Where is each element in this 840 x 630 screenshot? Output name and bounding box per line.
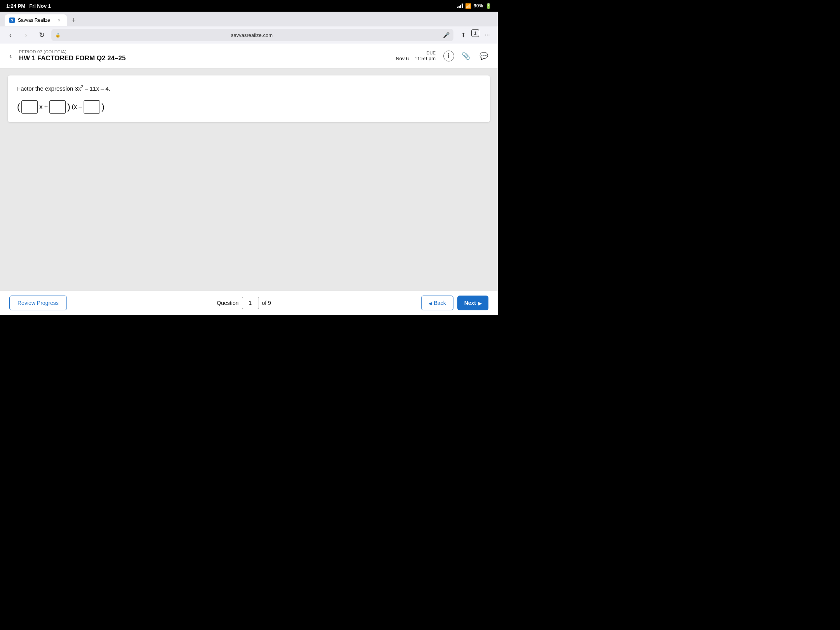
battery-icon: 🔋 <box>485 3 492 9</box>
wifi-icon: 📶 <box>465 3 471 9</box>
assignment-back-button[interactable]: ‹ <box>8 50 14 62</box>
address-bar[interactable]: 🔒 savvasrealize.com 🎤 <box>51 29 453 41</box>
tab-close-button[interactable]: × <box>56 17 62 23</box>
bottom-right-buttons: Back Next <box>421 296 488 310</box>
assignment-info: PERIOD 07 (COLEGIA) HW 1 FACTORED FORM Q… <box>19 49 396 62</box>
due-label: DUE <box>396 51 436 55</box>
review-progress-button[interactable]: Review Progress <box>9 296 67 310</box>
back-button[interactable]: Back <box>421 296 453 310</box>
comment-button[interactable]: 💬 <box>478 50 490 62</box>
nav-bar: ‹ › ↻ 🔒 savvasrealize.com 🎤 ⬆ 1 ··· <box>0 26 498 44</box>
question-card: Factor the expression 3x2 – 11x – 4. ( x… <box>8 75 490 122</box>
url-text: savvasrealize.com <box>63 32 441 38</box>
chevron-left-icon <box>429 300 432 306</box>
tab-favicon: S <box>9 18 15 23</box>
assignment-title: HW 1 FACTORED FORM Q2 24–25 <box>19 54 396 62</box>
total-questions: of 9 <box>262 300 271 306</box>
app-content: ‹ PERIOD 07 (COLEGIA) HW 1 FACTORED FORM… <box>0 44 498 315</box>
attachment-button[interactable]: 📎 <box>460 50 472 62</box>
lock-icon: 🔒 <box>55 33 61 38</box>
due-date: Nov 6 – 11:59 pm <box>396 56 436 61</box>
new-tab-button[interactable]: + <box>70 16 77 24</box>
math-expression: ( x + ) (x – ) <box>17 100 481 114</box>
x-plus: x + <box>39 103 48 110</box>
open-paren-2: (x – <box>72 103 82 110</box>
status-date: Fri Nov 1 <box>29 3 51 9</box>
tab-bar: S Savvas Realize × + <box>0 12 498 26</box>
tab-count-box[interactable]: 1 <box>471 29 479 37</box>
period-label: PERIOD 07 (COLEGIA) <box>19 49 396 54</box>
main-content: Factor the expression 3x2 – 11x – 4. ( x… <box>0 68 498 290</box>
next-button[interactable]: Next <box>457 296 488 310</box>
close-paren-1: ) <box>67 102 70 112</box>
close-paren-2: ) <box>102 102 104 112</box>
microphone-icon[interactable]: 🎤 <box>443 32 450 38</box>
factor-input-3[interactable] <box>84 100 100 114</box>
browser-tab[interactable]: S Savvas Realize × <box>5 14 67 26</box>
back-nav-button[interactable]: ‹ <box>5 29 16 41</box>
status-bar: 1:24 PM Fri Nov 1 📶 90% 🔋 <box>0 0 498 12</box>
factor-input-2[interactable] <box>49 100 66 114</box>
tab-title: Savvas Realize <box>18 18 50 23</box>
battery-percent: 90% <box>474 3 483 9</box>
question-label: Question <box>217 300 238 306</box>
chevron-right-icon <box>478 300 481 306</box>
share-button[interactable]: ⬆ <box>457 29 469 41</box>
bottom-bar: Review Progress Question of 9 Back Next <box>0 290 498 315</box>
more-button[interactable]: ··· <box>481 29 493 41</box>
header-actions: i 📎 💬 <box>443 50 490 62</box>
nav-actions: ⬆ 1 ··· <box>457 29 493 41</box>
question-number-input[interactable] <box>242 297 259 309</box>
question-text: Factor the expression 3x2 – 11x – 4. <box>17 84 481 93</box>
question-nav-center: Question of 9 <box>217 297 271 309</box>
info-button[interactable]: i <box>443 51 454 61</box>
due-info: DUE Nov 6 – 11:59 pm <box>396 51 436 61</box>
signal-icon <box>457 4 463 8</box>
assignment-header: ‹ PERIOD 07 (COLEGIA) HW 1 FACTORED FORM… <box>0 44 498 68</box>
forward-nav-button[interactable]: › <box>20 29 32 41</box>
status-time: 1:24 PM <box>6 3 25 9</box>
reload-button[interactable]: ↻ <box>36 29 47 41</box>
open-paren-1: ( <box>17 102 20 112</box>
factor-input-1[interactable] <box>21 100 38 114</box>
